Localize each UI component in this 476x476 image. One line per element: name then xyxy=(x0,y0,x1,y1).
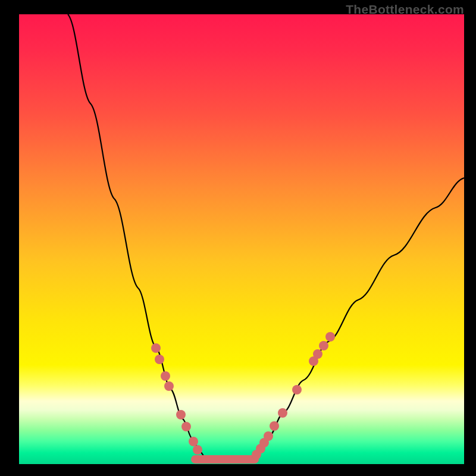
dots-left xyxy=(151,343,202,455)
data-dot xyxy=(189,437,198,446)
data-dot xyxy=(319,341,328,350)
watermark-text: TheBottleneck.com xyxy=(346,2,464,17)
chart-frame: TheBottleneck.com xyxy=(0,0,476,476)
data-dot xyxy=(264,431,273,441)
data-dot xyxy=(155,355,164,364)
data-dot xyxy=(292,385,302,394)
data-dot xyxy=(278,408,287,418)
left-curve xyxy=(68,14,206,458)
chart-svg xyxy=(19,14,464,464)
data-dot xyxy=(325,332,335,342)
data-dot xyxy=(164,381,174,391)
data-dot xyxy=(313,349,322,359)
data-dot xyxy=(193,445,202,455)
data-dot xyxy=(161,371,170,381)
data-dot xyxy=(181,422,191,431)
plot-area xyxy=(19,14,464,464)
data-dot xyxy=(176,410,186,419)
data-dot xyxy=(151,343,161,353)
data-dot xyxy=(270,421,279,431)
